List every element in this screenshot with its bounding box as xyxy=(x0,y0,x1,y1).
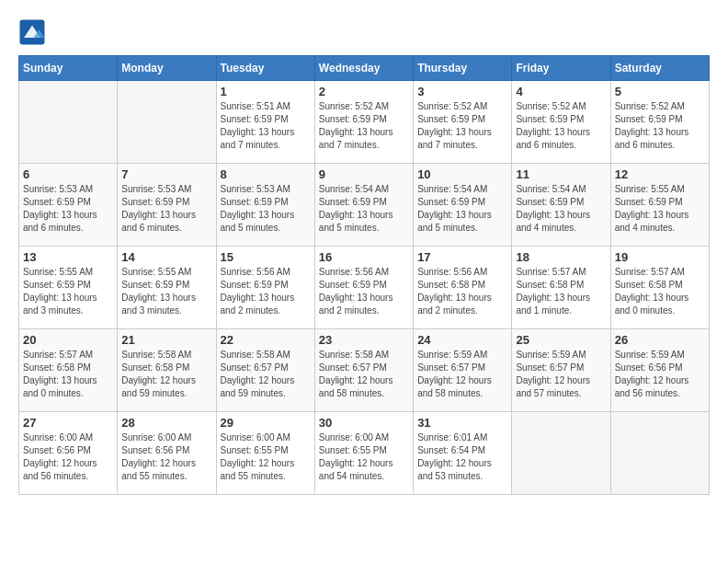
calendar-cell: 27Sunrise: 6:00 AM Sunset: 6:56 PM Dayli… xyxy=(19,412,118,495)
calendar-cell xyxy=(512,412,610,495)
day-number: 23 xyxy=(319,333,409,347)
calendar-week-row: 27Sunrise: 6:00 AM Sunset: 6:56 PM Dayli… xyxy=(19,412,710,495)
day-number: 22 xyxy=(221,333,311,347)
calendar-cell: 14Sunrise: 5:55 AM Sunset: 6:59 PM Dayli… xyxy=(118,247,216,329)
day-number: 21 xyxy=(121,333,211,347)
calendar-cell: 1Sunrise: 5:51 AM Sunset: 6:59 PM Daylig… xyxy=(216,81,314,164)
calendar-cell: 24Sunrise: 5:59 AM Sunset: 6:57 PM Dayli… xyxy=(414,329,512,412)
day-info: Sunrise: 5:56 AM Sunset: 6:59 PM Dayligh… xyxy=(221,266,311,317)
day-info: Sunrise: 5:52 AM Sunset: 6:59 PM Dayligh… xyxy=(516,100,606,152)
calendar-cell: 20Sunrise: 5:57 AM Sunset: 6:58 PM Dayli… xyxy=(19,329,118,412)
column-header-saturday: Saturday xyxy=(610,56,709,81)
calendar-cell: 5Sunrise: 5:52 AM Sunset: 6:59 PM Daylig… xyxy=(610,81,709,164)
day-number: 9 xyxy=(319,167,409,181)
day-info: Sunrise: 5:59 AM Sunset: 6:57 PM Dayligh… xyxy=(516,349,606,400)
column-header-thursday: Thursday xyxy=(414,56,512,81)
day-info: Sunrise: 5:57 AM Sunset: 6:58 PM Dayligh… xyxy=(23,349,113,400)
calendar-cell: 10Sunrise: 5:54 AM Sunset: 6:59 PM Dayli… xyxy=(414,164,512,247)
day-number: 13 xyxy=(23,250,113,264)
calendar-cell: 9Sunrise: 5:54 AM Sunset: 6:59 PM Daylig… xyxy=(314,164,413,247)
day-number: 4 xyxy=(516,85,606,98)
calendar-cell: 13Sunrise: 5:55 AM Sunset: 6:59 PM Dayli… xyxy=(19,247,118,329)
calendar-cell xyxy=(118,81,216,164)
calendar-cell: 22Sunrise: 5:58 AM Sunset: 6:57 PM Dayli… xyxy=(216,329,314,412)
calendar-cell: 8Sunrise: 5:53 AM Sunset: 6:59 PM Daylig… xyxy=(216,164,314,247)
day-number: 15 xyxy=(221,250,311,264)
day-number: 18 xyxy=(516,250,606,264)
calendar-cell xyxy=(19,81,118,164)
day-info: Sunrise: 5:54 AM Sunset: 6:59 PM Dayligh… xyxy=(417,183,507,235)
day-info: Sunrise: 5:55 AM Sunset: 6:59 PM Dayligh… xyxy=(23,266,113,317)
calendar-cell xyxy=(610,412,709,495)
calendar-cell: 6Sunrise: 5:53 AM Sunset: 6:59 PM Daylig… xyxy=(19,164,118,247)
day-info: Sunrise: 6:00 AM Sunset: 6:56 PM Dayligh… xyxy=(23,431,113,483)
calendar-cell: 19Sunrise: 5:57 AM Sunset: 6:58 PM Dayli… xyxy=(610,247,709,329)
day-number: 27 xyxy=(23,416,113,430)
day-number: 29 xyxy=(221,416,311,430)
day-number: 8 xyxy=(221,167,311,181)
day-info: Sunrise: 5:57 AM Sunset: 6:58 PM Dayligh… xyxy=(615,266,705,317)
calendar-week-row: 6Sunrise: 5:53 AM Sunset: 6:59 PM Daylig… xyxy=(19,164,710,247)
calendar-cell: 12Sunrise: 5:55 AM Sunset: 6:59 PM Dayli… xyxy=(610,164,709,247)
day-info: Sunrise: 5:58 AM Sunset: 6:57 PM Dayligh… xyxy=(221,349,311,400)
day-info: Sunrise: 5:53 AM Sunset: 6:59 PM Dayligh… xyxy=(121,183,211,235)
day-number: 2 xyxy=(319,85,409,98)
day-info: Sunrise: 5:52 AM Sunset: 6:59 PM Dayligh… xyxy=(319,100,409,152)
day-info: Sunrise: 5:52 AM Sunset: 6:59 PM Dayligh… xyxy=(615,100,705,152)
day-info: Sunrise: 5:59 AM Sunset: 6:56 PM Dayligh… xyxy=(615,349,705,400)
day-number: 25 xyxy=(516,333,606,347)
calendar-cell: 30Sunrise: 6:00 AM Sunset: 6:55 PM Dayli… xyxy=(314,412,413,495)
day-info: Sunrise: 5:53 AM Sunset: 6:59 PM Dayligh… xyxy=(221,183,311,235)
day-number: 31 xyxy=(417,416,507,430)
day-info: Sunrise: 5:55 AM Sunset: 6:59 PM Dayligh… xyxy=(615,183,705,235)
calendar-header-row: SundayMondayTuesdayWednesdayThursdayFrid… xyxy=(19,56,710,81)
day-info: Sunrise: 5:54 AM Sunset: 6:59 PM Dayligh… xyxy=(516,183,606,235)
calendar-week-row: 20Sunrise: 5:57 AM Sunset: 6:58 PM Dayli… xyxy=(19,329,710,412)
calendar-cell: 15Sunrise: 5:56 AM Sunset: 6:59 PM Dayli… xyxy=(216,247,314,329)
day-number: 1 xyxy=(221,85,311,98)
calendar-cell: 18Sunrise: 5:57 AM Sunset: 6:58 PM Dayli… xyxy=(512,247,610,329)
day-number: 3 xyxy=(417,85,507,98)
day-number: 14 xyxy=(121,250,211,264)
day-number: 5 xyxy=(615,85,705,98)
calendar-cell: 25Sunrise: 5:59 AM Sunset: 6:57 PM Dayli… xyxy=(512,329,610,412)
column-header-sunday: Sunday xyxy=(19,56,118,81)
day-info: Sunrise: 5:56 AM Sunset: 6:59 PM Dayligh… xyxy=(319,266,409,317)
day-info: Sunrise: 6:00 AM Sunset: 6:56 PM Dayligh… xyxy=(121,431,211,483)
day-info: Sunrise: 5:58 AM Sunset: 6:57 PM Dayligh… xyxy=(319,349,409,400)
day-info: Sunrise: 5:51 AM Sunset: 6:59 PM Dayligh… xyxy=(221,100,311,152)
day-number: 6 xyxy=(23,167,113,181)
day-info: Sunrise: 5:56 AM Sunset: 6:58 PM Dayligh… xyxy=(417,266,507,317)
day-number: 10 xyxy=(417,167,507,181)
header xyxy=(18,18,710,46)
column-header-monday: Monday xyxy=(118,56,216,81)
day-info: Sunrise: 5:54 AM Sunset: 6:59 PM Dayligh… xyxy=(319,183,409,235)
day-number: 28 xyxy=(121,416,211,430)
calendar-cell: 26Sunrise: 5:59 AM Sunset: 6:56 PM Dayli… xyxy=(610,329,709,412)
calendar-cell: 2Sunrise: 5:52 AM Sunset: 6:59 PM Daylig… xyxy=(314,81,413,164)
day-number: 30 xyxy=(319,416,409,430)
calendar-cell: 16Sunrise: 5:56 AM Sunset: 6:59 PM Dayli… xyxy=(314,247,413,329)
day-number: 24 xyxy=(417,333,507,347)
day-info: Sunrise: 6:00 AM Sunset: 6:55 PM Dayligh… xyxy=(221,431,311,483)
day-number: 11 xyxy=(516,167,606,181)
column-header-tuesday: Tuesday xyxy=(216,56,314,81)
day-info: Sunrise: 5:55 AM Sunset: 6:59 PM Dayligh… xyxy=(121,266,211,317)
column-header-wednesday: Wednesday xyxy=(314,56,413,81)
calendar-week-row: 1Sunrise: 5:51 AM Sunset: 6:59 PM Daylig… xyxy=(19,81,710,164)
calendar-cell: 3Sunrise: 5:52 AM Sunset: 6:59 PM Daylig… xyxy=(414,81,512,164)
calendar-cell: 23Sunrise: 5:58 AM Sunset: 6:57 PM Dayli… xyxy=(314,329,413,412)
day-number: 20 xyxy=(23,333,113,347)
calendar-cell: 29Sunrise: 6:00 AM Sunset: 6:55 PM Dayli… xyxy=(216,412,314,495)
calendar-cell: 11Sunrise: 5:54 AM Sunset: 6:59 PM Dayli… xyxy=(512,164,610,247)
calendar-cell: 28Sunrise: 6:00 AM Sunset: 6:56 PM Dayli… xyxy=(118,412,216,495)
day-info: Sunrise: 5:52 AM Sunset: 6:59 PM Dayligh… xyxy=(417,100,507,152)
day-info: Sunrise: 5:59 AM Sunset: 6:57 PM Dayligh… xyxy=(417,349,507,400)
day-info: Sunrise: 5:58 AM Sunset: 6:58 PM Dayligh… xyxy=(121,349,211,400)
logo xyxy=(18,18,50,46)
calendar-cell: 4Sunrise: 5:52 AM Sunset: 6:59 PM Daylig… xyxy=(512,81,610,164)
day-number: 17 xyxy=(417,250,507,264)
logo-icon xyxy=(18,18,46,46)
day-info: Sunrise: 6:01 AM Sunset: 6:54 PM Dayligh… xyxy=(417,431,507,483)
day-number: 19 xyxy=(615,250,705,264)
